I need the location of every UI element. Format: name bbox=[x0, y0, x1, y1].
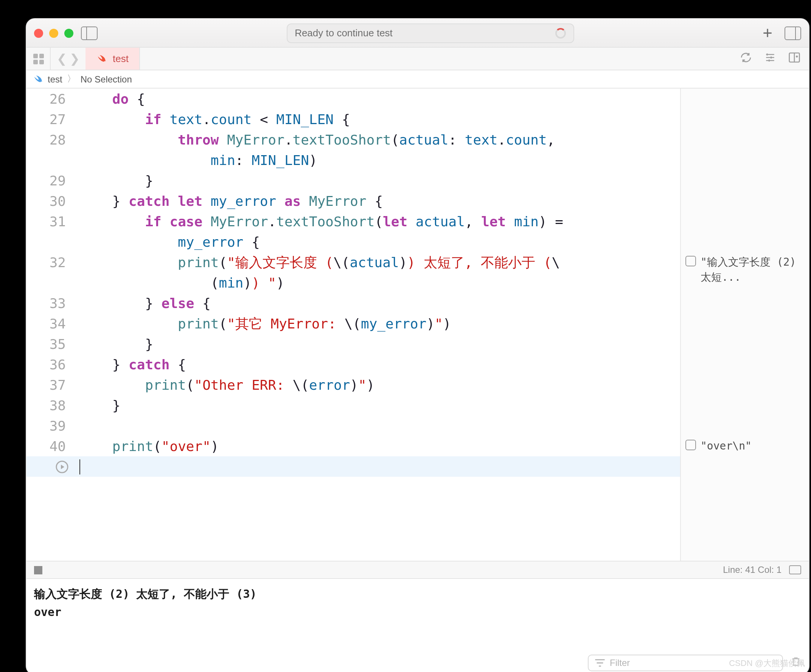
line-number: 39 bbox=[27, 416, 80, 436]
result-annotation[interactable]: "输入文字长度 (2) 太短... bbox=[681, 252, 809, 287]
quicklook-icon[interactable] bbox=[685, 440, 696, 450]
xcode-window: Ready to continue test + ❮ ❯ test bbox=[26, 18, 809, 672]
code-line[interactable]: 35 } bbox=[27, 334, 680, 354]
code-line[interactable]: 30 } catch let my_error as MyError { bbox=[27, 191, 680, 211]
add-editor-icon[interactable] bbox=[787, 51, 801, 66]
breadcrumb-selection: No Selection bbox=[81, 74, 132, 84]
adjust-editor-icon[interactable] bbox=[763, 51, 777, 66]
code-line[interactable]: 28 throw MyError.textTooShort(actual: te… bbox=[27, 129, 680, 150]
line-number: 34 bbox=[27, 313, 80, 334]
sidebar-toggle-icon[interactable] bbox=[81, 26, 98, 40]
line-number: 28 bbox=[27, 129, 80, 150]
debug-status-bar: Line: 41 Col: 1 bbox=[27, 561, 809, 579]
filter-placeholder: Filter bbox=[610, 658, 630, 668]
code-line[interactable]: my_error { bbox=[27, 232, 680, 252]
titlebar: Ready to continue test + bbox=[27, 19, 809, 48]
current-line[interactable] bbox=[27, 456, 680, 477]
related-items-button[interactable] bbox=[27, 48, 51, 70]
tab-bar: ❮ ❯ test bbox=[27, 48, 809, 70]
activity-status: Ready to continue test bbox=[295, 27, 393, 39]
traffic-lights bbox=[34, 28, 73, 37]
console-line: over bbox=[34, 603, 801, 621]
swift-file-icon bbox=[32, 74, 43, 84]
inspector-toggle-icon[interactable] bbox=[784, 26, 801, 40]
code-line[interactable]: 33 } else { bbox=[27, 293, 680, 313]
code-line[interactable]: 40 print("over") bbox=[27, 436, 680, 456]
code-line[interactable]: 39 bbox=[27, 416, 680, 436]
result-sidebar: "输入文字长度 (2) 太短..."over\n" bbox=[680, 88, 809, 561]
nav-forward-button[interactable]: ❯ bbox=[70, 51, 80, 66]
stop-button[interactable] bbox=[34, 566, 42, 574]
zoom-window-button[interactable] bbox=[64, 28, 73, 37]
line-number: 36 bbox=[27, 354, 80, 375]
line-number: 30 bbox=[27, 191, 80, 211]
line-number: 27 bbox=[27, 109, 80, 129]
loading-spinner-icon bbox=[555, 28, 565, 38]
code-line[interactable]: 29 } bbox=[27, 170, 680, 191]
breadcrumb[interactable]: test 〉 No Selection bbox=[27, 70, 809, 88]
activity-bar[interactable]: Ready to continue test bbox=[286, 23, 574, 43]
breadcrumb-separator: 〉 bbox=[67, 73, 76, 85]
console-line: 输入文字长度 (2) 太短了, 不能小于 (3) bbox=[34, 585, 801, 603]
quicklook-icon[interactable] bbox=[685, 256, 696, 266]
cursor-position: Line: 41 Col: 1 bbox=[723, 565, 782, 575]
code-line[interactable]: 37 print("Other ERR: \(error)") bbox=[27, 375, 680, 395]
code-line[interactable]: 26 do { bbox=[27, 88, 680, 109]
close-window-button[interactable] bbox=[34, 28, 43, 37]
sync-icon[interactable] bbox=[739, 51, 753, 66]
line-number: 26 bbox=[27, 88, 80, 109]
console-output: 输入文字长度 (2) 太短了, 不能小于 (3)over bbox=[34, 585, 801, 621]
tab-label: test bbox=[113, 53, 129, 64]
line-number: 29 bbox=[27, 170, 80, 191]
line-number: 32 bbox=[27, 252, 80, 272]
code-line[interactable]: 34 print("其它 MyError: \(my_error)") bbox=[27, 313, 680, 334]
result-text: "输入文字长度 (2) 太短... bbox=[701, 254, 803, 285]
add-tab-button[interactable]: + bbox=[763, 23, 777, 43]
line-number: 35 bbox=[27, 334, 80, 354]
code-line[interactable]: 32 print("输入文字长度 (\(actual)) 太短了, 不能小于 (… bbox=[27, 252, 680, 272]
code-editor[interactable]: 26 do {27 if text.count < MIN_LEN {28 th… bbox=[27, 88, 680, 561]
swift-file-icon bbox=[96, 53, 107, 64]
code-line[interactable]: min: MIN_LEN) bbox=[27, 150, 680, 170]
line-number: 33 bbox=[27, 293, 80, 313]
code-line[interactable]: 38 } bbox=[27, 395, 680, 416]
minimize-window-button[interactable] bbox=[49, 28, 58, 37]
code-line[interactable]: 36 } catch { bbox=[27, 354, 680, 375]
line-number: 31 bbox=[27, 211, 80, 232]
run-button[interactable] bbox=[27, 456, 80, 477]
breadcrumb-file: test bbox=[48, 74, 63, 84]
code-line[interactable]: 27 if text.count < MIN_LEN { bbox=[27, 109, 680, 129]
code-line[interactable]: 31 if case MyError.textTooShort(let actu… bbox=[27, 211, 680, 232]
filter-icon bbox=[595, 657, 605, 669]
code-line[interactable]: (min)) ") bbox=[27, 272, 680, 293]
line-number bbox=[27, 232, 80, 252]
result-annotation[interactable]: "over\n" bbox=[681, 436, 809, 456]
line-number bbox=[27, 150, 80, 170]
result-text: "over\n" bbox=[701, 438, 752, 453]
line-number: 38 bbox=[27, 395, 80, 416]
attribution: CSDN @大熊猫侯佩 bbox=[729, 658, 805, 669]
line-number: 40 bbox=[27, 436, 80, 456]
console: 输入文字长度 (2) 太短了, 不能小于 (3)over Filter bbox=[27, 579, 809, 672]
nav-back-button[interactable]: ❮ bbox=[57, 51, 66, 66]
line-number: 37 bbox=[27, 375, 80, 395]
line-number bbox=[27, 272, 80, 293]
tab-test[interactable]: test bbox=[85, 48, 140, 70]
toggle-debug-area-icon[interactable] bbox=[789, 565, 801, 574]
